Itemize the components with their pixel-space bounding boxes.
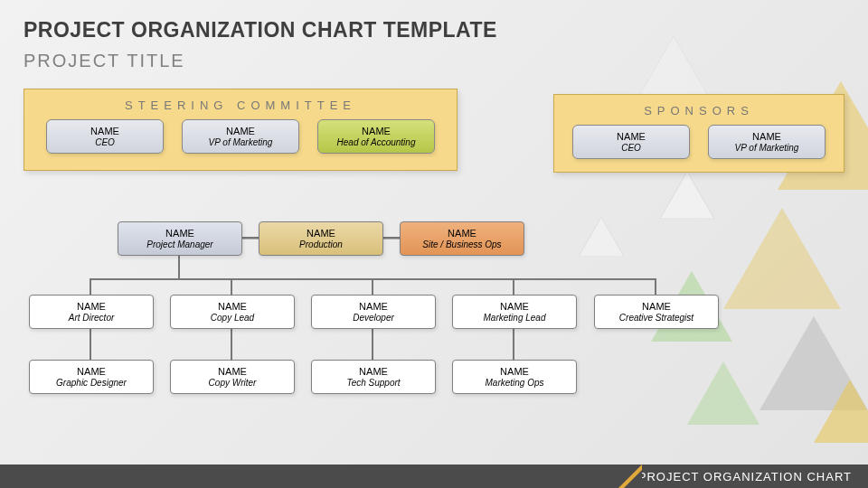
org-name: NAME (448, 228, 476, 239)
svg-marker-4 (723, 208, 841, 309)
org-role: Art Director (69, 313, 115, 323)
card-name: NAME (90, 126, 119, 136)
org-name: NAME (218, 366, 247, 377)
org-role: Marketing Ops (485, 378, 543, 388)
org-role: Project Manager (146, 239, 212, 249)
org-name: NAME (500, 366, 529, 377)
card-role: CEO (95, 137, 115, 147)
org-name: NAME (359, 366, 388, 377)
mid-box-1: NAMECopy Lead (170, 295, 295, 329)
steering-card-0: NAMECEO (46, 119, 164, 154)
steering-card-1: NAMEVP of Marketing (182, 119, 299, 154)
footer-bar: PROJECT ORGANIZATION CHART (0, 465, 868, 488)
org-role: Copy Writer (209, 378, 257, 388)
svg-marker-7 (687, 361, 760, 425)
org-name: NAME (359, 301, 388, 312)
steering-card-2: NAMEHead of Accounting (317, 119, 435, 154)
org-name: NAME (307, 228, 335, 239)
org-role: Site / Business Ops (422, 239, 501, 249)
sponsors-panel: SPONSORS NAMECEONAMEVP of Marketing (553, 94, 844, 173)
bot-box-2: NAMETech Support (311, 360, 436, 394)
leader-box-1: NAMEProduction (259, 221, 383, 256)
org-role: Marketing Lead (484, 313, 546, 323)
mid-box-2: NAMEDeveloper (311, 295, 436, 329)
card-name: NAME (752, 131, 781, 142)
bot-box-3: NAMEMarketing Ops (452, 360, 577, 394)
card-name: NAME (226, 126, 255, 136)
mid-box-0: NAMEArt Director (29, 295, 154, 329)
steering-panel: STEERING COMMITTEE NAMECEONAMEVP of Mark… (24, 89, 458, 171)
org-name: NAME (500, 301, 529, 312)
card-name: NAME (362, 126, 391, 136)
svg-marker-3 (579, 217, 624, 257)
org-role: Production (299, 239, 343, 249)
card-role: CEO (621, 143, 641, 153)
org-role: Graphic Designer (56, 378, 127, 388)
sponsors-card-1: NAMEVP of Marketing (708, 125, 826, 159)
mid-box-4: NAMECreative Strategist (594, 295, 719, 329)
footer-text: PROJECT ORGANIZATION CHART (638, 470, 852, 483)
leader-box-2: NAMESite / Business Ops (400, 221, 524, 256)
org-name: NAME (218, 301, 247, 312)
leader-box-0: NAMEProject Manager (118, 221, 242, 256)
svg-marker-8 (814, 380, 868, 443)
sponsors-title: SPONSORS (554, 104, 844, 117)
mid-box-3: NAMEMarketing Lead (452, 295, 577, 329)
svg-marker-2 (660, 172, 714, 219)
bot-box-0: NAMEGraphic Designer (29, 360, 154, 394)
card-role: VP of Marketing (735, 143, 799, 153)
bot-box-1: NAMECopy Writer (170, 360, 295, 394)
org-role: Creative Strategist (619, 313, 693, 323)
page-title: PROJECT ORGANIZATION CHART TEMPLATE (24, 18, 497, 42)
org-role: Tech Support (346, 378, 400, 388)
org-name: NAME (165, 228, 194, 239)
org-role: Developer (353, 313, 394, 323)
org-name: NAME (642, 301, 671, 312)
org-name: NAME (77, 366, 106, 377)
steering-title: STEERING COMMITTEE (24, 99, 457, 112)
card-name: NAME (617, 131, 646, 142)
sponsors-card-0: NAMECEO (572, 125, 690, 159)
card-role: Head of Accounting (337, 137, 416, 147)
svg-marker-6 (760, 316, 868, 410)
card-role: VP of Marketing (209, 137, 273, 147)
org-name: NAME (77, 301, 106, 312)
page-subtitle: PROJECT TITLE (24, 51, 185, 71)
org-role: Copy Lead (211, 313, 254, 323)
